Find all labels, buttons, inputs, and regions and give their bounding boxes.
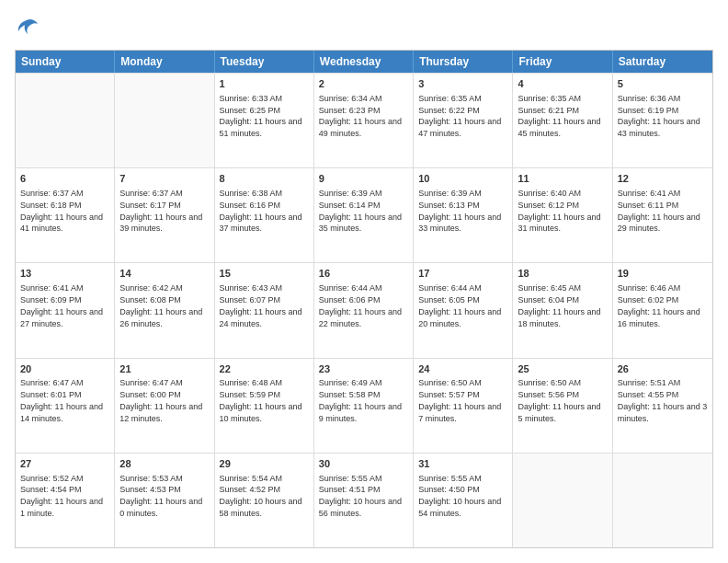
calendar-cell bbox=[613, 454, 712, 547]
calendar-cell: 15Sunrise: 6:43 AM Sunset: 6:07 PM Dayli… bbox=[215, 263, 314, 357]
calendar-cell bbox=[16, 74, 115, 167]
calendar-cell: 27Sunrise: 5:52 AM Sunset: 4:54 PM Dayli… bbox=[16, 454, 115, 547]
day-content: Sunrise: 5:52 AM Sunset: 4:54 PM Dayligh… bbox=[20, 474, 103, 518]
day-number: 18 bbox=[518, 267, 607, 281]
day-content: Sunrise: 5:55 AM Sunset: 4:50 PM Dayligh… bbox=[418, 474, 501, 518]
day-content: Sunrise: 5:54 AM Sunset: 4:52 PM Dayligh… bbox=[220, 474, 302, 518]
calendar-cell: 7Sunrise: 6:37 AM Sunset: 6:17 PM Daylig… bbox=[115, 168, 214, 262]
day-content: Sunrise: 6:39 AM Sunset: 6:13 PM Dayligh… bbox=[418, 189, 501, 233]
day-content: Sunrise: 6:39 AM Sunset: 6:14 PM Dayligh… bbox=[319, 189, 402, 233]
day-number: 31 bbox=[418, 457, 507, 471]
day-number: 8 bbox=[220, 172, 309, 186]
calendar-cell: 10Sunrise: 6:39 AM Sunset: 6:13 PM Dayli… bbox=[414, 168, 513, 262]
calendar-cell: 12Sunrise: 6:41 AM Sunset: 6:11 PM Dayli… bbox=[613, 168, 712, 262]
calendar-cell: 1Sunrise: 6:33 AM Sunset: 6:25 PM Daylig… bbox=[215, 74, 314, 167]
day-content: Sunrise: 6:35 AM Sunset: 6:22 PM Dayligh… bbox=[418, 94, 501, 138]
calendar-row-0: 1Sunrise: 6:33 AM Sunset: 6:25 PM Daylig… bbox=[16, 73, 712, 167]
day-number: 3 bbox=[418, 77, 507, 91]
calendar-cell: 18Sunrise: 6:45 AM Sunset: 6:04 PM Dayli… bbox=[513, 263, 612, 357]
calendar-cell: 6Sunrise: 6:37 AM Sunset: 6:18 PM Daylig… bbox=[16, 168, 115, 262]
day-content: Sunrise: 6:37 AM Sunset: 6:17 PM Dayligh… bbox=[119, 189, 202, 233]
logo-bird-icon bbox=[15, 15, 40, 40]
day-number: 9 bbox=[319, 172, 408, 186]
day-number: 24 bbox=[418, 362, 507, 376]
day-number: 7 bbox=[119, 172, 209, 186]
calendar-cell: 5Sunrise: 6:36 AM Sunset: 6:19 PM Daylig… bbox=[613, 74, 712, 167]
day-content: Sunrise: 6:38 AM Sunset: 6:16 PM Dayligh… bbox=[220, 189, 302, 233]
day-number: 16 bbox=[319, 267, 408, 281]
header-day-friday: Friday bbox=[513, 51, 612, 73]
calendar-cell: 22Sunrise: 6:48 AM Sunset: 5:59 PM Dayli… bbox=[215, 359, 314, 453]
day-number: 2 bbox=[319, 77, 408, 91]
calendar: SundayMondayTuesdayWednesdayThursdayFrid… bbox=[15, 50, 713, 548]
calendar-cell bbox=[513, 454, 612, 547]
calendar-row-4: 27Sunrise: 5:52 AM Sunset: 4:54 PM Dayli… bbox=[16, 453, 712, 547]
day-content: Sunrise: 6:47 AM Sunset: 6:01 PM Dayligh… bbox=[20, 378, 103, 422]
header-day-wednesday: Wednesday bbox=[314, 51, 414, 73]
day-number: 1 bbox=[220, 77, 309, 91]
calendar-cell: 19Sunrise: 6:46 AM Sunset: 6:02 PM Dayli… bbox=[613, 263, 712, 357]
calendar-cell: 25Sunrise: 6:50 AM Sunset: 5:56 PM Dayli… bbox=[513, 359, 612, 453]
day-number: 13 bbox=[20, 267, 109, 281]
day-content: Sunrise: 6:41 AM Sunset: 6:09 PM Dayligh… bbox=[20, 283, 103, 327]
day-content: Sunrise: 6:44 AM Sunset: 6:05 PM Dayligh… bbox=[418, 283, 501, 327]
calendar-cell: 30Sunrise: 5:55 AM Sunset: 4:51 PM Dayli… bbox=[314, 454, 414, 547]
day-number: 28 bbox=[119, 457, 209, 471]
day-content: Sunrise: 6:49 AM Sunset: 5:58 PM Dayligh… bbox=[319, 378, 402, 422]
day-content: Sunrise: 6:44 AM Sunset: 6:06 PM Dayligh… bbox=[319, 283, 402, 327]
calendar-cell: 31Sunrise: 5:55 AM Sunset: 4:50 PM Dayli… bbox=[414, 454, 513, 547]
calendar-cell: 20Sunrise: 6:47 AM Sunset: 6:01 PM Dayli… bbox=[16, 359, 115, 453]
header-day-sunday: Sunday bbox=[16, 51, 115, 73]
day-content: Sunrise: 5:51 AM Sunset: 4:55 PM Dayligh… bbox=[618, 378, 708, 422]
day-number: 29 bbox=[220, 457, 309, 471]
day-number: 27 bbox=[20, 457, 109, 471]
calendar-cell: 11Sunrise: 6:40 AM Sunset: 6:12 PM Dayli… bbox=[513, 168, 612, 262]
day-content: Sunrise: 6:50 AM Sunset: 5:56 PM Dayligh… bbox=[518, 378, 600, 422]
day-number: 30 bbox=[319, 457, 408, 471]
calendar-cell: 28Sunrise: 5:53 AM Sunset: 4:53 PM Dayli… bbox=[115, 454, 214, 547]
header-day-tuesday: Tuesday bbox=[215, 51, 314, 73]
day-content: Sunrise: 6:50 AM Sunset: 5:57 PM Dayligh… bbox=[418, 378, 501, 422]
page: SundayMondayTuesdayWednesdayThursdayFrid… bbox=[0, 0, 728, 563]
day-content: Sunrise: 6:40 AM Sunset: 6:12 PM Dayligh… bbox=[518, 189, 600, 233]
calendar-cell: 21Sunrise: 6:47 AM Sunset: 6:00 PM Dayli… bbox=[115, 359, 214, 453]
header-day-saturday: Saturday bbox=[613, 51, 712, 73]
day-number: 26 bbox=[618, 362, 708, 376]
day-number: 5 bbox=[618, 77, 708, 91]
day-number: 11 bbox=[518, 172, 607, 186]
calendar-row-2: 13Sunrise: 6:41 AM Sunset: 6:09 PM Dayli… bbox=[16, 262, 712, 357]
day-number: 23 bbox=[319, 362, 408, 376]
calendar-body: 1Sunrise: 6:33 AM Sunset: 6:25 PM Daylig… bbox=[16, 73, 712, 547]
day-number: 4 bbox=[518, 77, 607, 91]
day-content: Sunrise: 6:42 AM Sunset: 6:08 PM Dayligh… bbox=[119, 283, 202, 327]
calendar-cell bbox=[115, 74, 214, 167]
day-content: Sunrise: 6:43 AM Sunset: 6:07 PM Dayligh… bbox=[220, 283, 302, 327]
calendar-cell: 23Sunrise: 6:49 AM Sunset: 5:58 PM Dayli… bbox=[314, 359, 414, 453]
calendar-cell: 3Sunrise: 6:35 AM Sunset: 6:22 PM Daylig… bbox=[414, 74, 513, 167]
day-number: 12 bbox=[618, 172, 708, 186]
calendar-cell: 29Sunrise: 5:54 AM Sunset: 4:52 PM Dayli… bbox=[215, 454, 314, 547]
day-content: Sunrise: 6:48 AM Sunset: 5:59 PM Dayligh… bbox=[220, 378, 302, 422]
calendar-row-1: 6Sunrise: 6:37 AM Sunset: 6:18 PM Daylig… bbox=[16, 167, 712, 262]
calendar-cell: 4Sunrise: 6:35 AM Sunset: 6:21 PM Daylig… bbox=[513, 74, 612, 167]
header-day-monday: Monday bbox=[115, 51, 214, 73]
day-number: 6 bbox=[20, 172, 109, 186]
calendar-cell: 16Sunrise: 6:44 AM Sunset: 6:06 PM Dayli… bbox=[314, 263, 414, 357]
calendar-cell: 14Sunrise: 6:42 AM Sunset: 6:08 PM Dayli… bbox=[115, 263, 214, 357]
day-number: 25 bbox=[518, 362, 607, 376]
calendar-header: SundayMondayTuesdayWednesdayThursdayFrid… bbox=[16, 51, 712, 73]
day-content: Sunrise: 6:37 AM Sunset: 6:18 PM Dayligh… bbox=[20, 189, 103, 233]
day-number: 15 bbox=[220, 267, 309, 281]
calendar-cell: 13Sunrise: 6:41 AM Sunset: 6:09 PM Dayli… bbox=[16, 263, 115, 357]
day-number: 21 bbox=[119, 362, 209, 376]
header bbox=[15, 15, 713, 40]
day-content: Sunrise: 6:47 AM Sunset: 6:00 PM Dayligh… bbox=[119, 378, 202, 422]
calendar-cell: 26Sunrise: 5:51 AM Sunset: 4:55 PM Dayli… bbox=[613, 359, 712, 453]
day-number: 14 bbox=[119, 267, 209, 281]
day-content: Sunrise: 6:45 AM Sunset: 6:04 PM Dayligh… bbox=[518, 283, 600, 327]
logo bbox=[15, 15, 44, 40]
day-content: Sunrise: 6:35 AM Sunset: 6:21 PM Dayligh… bbox=[518, 94, 600, 138]
calendar-row-3: 20Sunrise: 6:47 AM Sunset: 6:01 PM Dayli… bbox=[16, 358, 712, 453]
day-content: Sunrise: 6:36 AM Sunset: 6:19 PM Dayligh… bbox=[618, 94, 700, 138]
calendar-cell: 2Sunrise: 6:34 AM Sunset: 6:23 PM Daylig… bbox=[314, 74, 414, 167]
